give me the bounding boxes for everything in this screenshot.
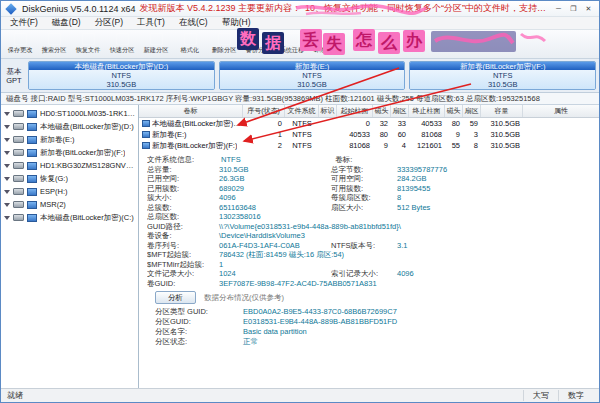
menu-item[interactable]: 文件(F) [3, 17, 45, 29]
expand-arrow-icon[interactable] [4, 125, 10, 129]
toolbar-button-label: 恢复文件 [76, 46, 101, 55]
partition-table-row[interactable]: 本地磁盘(BitLocker加密)(D:) 0 NTFS 0 32 33 405… [139, 118, 599, 129]
partition-icon [27, 136, 37, 144]
toolbar-button[interactable]: 新建分区 [139, 31, 173, 58]
info-label: 总簇数: [147, 203, 219, 213]
table-header-cell[interactable]: 终止柱面 [409, 105, 445, 117]
disk-icon [13, 175, 24, 182]
toolbar-button[interactable]: 坏道检测 [309, 31, 343, 58]
expand-arrow-icon[interactable] [4, 203, 10, 207]
info-label: 卷设备: [147, 231, 219, 241]
toolbar-button[interactable]: 删除分区 [207, 31, 241, 58]
tree-item[interactable]: 本地磁盘(BitLocker加密)(D:) [1, 120, 138, 133]
filesystem-info-row: 簇大小:4096每簇扇区数:8 [147, 193, 599, 203]
table-header-cell[interactable]: 磁头 [373, 105, 391, 117]
tree-item[interactable]: 新加卷(BitLocker加密)(F:) [1, 146, 138, 159]
filesystem-info-title: 文件系统信息: [147, 155, 219, 165]
tree-item[interactable]: HD1:KBG30ZMS128GNVMeTOSHIBA1 [1, 159, 138, 172]
disk-icon [13, 123, 24, 130]
toolbar-button[interactable]: 保存更改 [3, 31, 37, 58]
info-label: 可用空间: [331, 174, 397, 184]
toolbar-button[interactable]: 搜索分区 [37, 31, 71, 58]
menu-item[interactable]: 分区(P) [88, 17, 130, 29]
partition-map-band: 基本 GPT 本地磁盘(BitLocker加密)(D:) NTFS 310.5G… [1, 59, 599, 93]
partition-info-label: 分区GUID: [155, 317, 243, 327]
info-label: 可用簇数: [331, 184, 397, 194]
caps-lock-indicator: 大写 [523, 390, 558, 401]
toolbar-button-label: 保存更改 [8, 46, 33, 55]
update-notice[interactable]: 发现新版本 V5.4.2.1239 主要更新内容： [139, 2, 301, 15]
tree-item[interactable]: HD0:ST1000LM035-1RK172(932GB) [1, 107, 138, 120]
tree-item[interactable]: MSR(2) [1, 198, 138, 211]
partition-map-fs: NTFS [29, 71, 214, 80]
partition-info-label: 分区名字: [155, 327, 243, 337]
expand-arrow-icon[interactable] [4, 216, 10, 220]
table-header-cell[interactable]: 磁头 [445, 105, 463, 117]
partition-map-box[interactable]: 新加卷(BitLocker加密)(F:) NTFS 310.5GB [409, 61, 596, 90]
start-cylinder-cell: 40533 [337, 129, 373, 140]
start-sector-cell: 4 [391, 140, 409, 151]
table-header-cell[interactable]: 卷标 [139, 105, 243, 117]
menu-item[interactable]: 工具(T) [130, 17, 172, 29]
expand-arrow-icon[interactable] [4, 177, 10, 181]
toolbar-button[interactable]: 恢复文件 [71, 31, 105, 58]
tree-item[interactable]: ESP(H:) [1, 185, 138, 198]
toolbar-button-label: 快速分区 [110, 46, 135, 55]
filesystem-info-row: $MFTMirr起始簇:1 [147, 260, 599, 270]
info-label: $MFTMirr起始簇: [147, 260, 219, 270]
partition-map-box[interactable]: 新加卷(E:) NTFS 310.5GB [219, 61, 406, 90]
info-value: 061A-F4D3-1AF4-C0AB [219, 241, 331, 251]
close-button[interactable]: ✕ [581, 3, 596, 15]
filesystem-info-row: 总簇数:651163648扇区大小:512 Bytes [147, 203, 599, 213]
info-label: 已用空间: [147, 174, 219, 184]
menu-item[interactable]: 在线(C) [172, 17, 215, 29]
tree-item[interactable]: 新加卷(E:) [1, 133, 138, 146]
table-header-cell[interactable]: 序号(状态) [243, 105, 285, 117]
toolbar-button-icon [218, 33, 231, 45]
partition-table-row[interactable]: 新加卷(E:) 1 NTFS 40533 80 60 81068 9 3 310… [139, 129, 599, 140]
status-bar: 就绪 大写 数字 [1, 388, 599, 402]
partition-style-label: 基本 GPT [4, 61, 24, 90]
table-header-cell[interactable]: 容量 [481, 105, 523, 117]
info-label: GUID路径: [147, 222, 219, 232]
tree-item[interactable]: 恢复(G:) [1, 172, 138, 185]
toolbar-button[interactable]: 备份分区 [241, 31, 275, 58]
maximize-button[interactable]: ❐ [566, 3, 581, 15]
tree-item[interactable]: 本地磁盘(BitLocker加密)(C:) [1, 211, 138, 224]
expand-arrow-icon[interactable] [4, 190, 10, 194]
table-header-cell[interactable]: 起始柱面 [337, 105, 373, 117]
start-head-cell: 32 [373, 118, 391, 129]
analyze-button[interactable]: 分析 [155, 291, 196, 304]
toolbar-button-label: 格式化 [181, 46, 200, 55]
update-detail[interactable]: 10、恢复文件功能，同时恢复多个“分区”中的文件时，支持一次性复制所有分区中已扫… [305, 2, 547, 15]
expand-arrow-icon[interactable] [4, 112, 10, 116]
toolbar-button[interactable]: 快速分区 [105, 31, 139, 58]
table-header-cell[interactable]: 扇区 [391, 105, 409, 117]
toolbar-button[interactable]: 格式化 [173, 31, 207, 58]
table-header-cell[interactable]: 文件系统 [285, 105, 319, 117]
partition-map-fs: NTFS [410, 71, 595, 80]
info-value: 3.1 [397, 241, 509, 251]
info-label: NTFS版本号: [331, 241, 397, 251]
volume-label-caption: 卷标: [335, 155, 401, 165]
info-label: 索引记录大小: [331, 269, 397, 279]
table-header-cell[interactable]: 标识 [319, 105, 337, 117]
partition-map-size: 310.5GB [410, 80, 595, 89]
expand-arrow-icon[interactable] [4, 138, 10, 142]
analyze-note: 数据分布情况(仅供参考) [204, 293, 284, 303]
app-logo-icon [5, 3, 16, 14]
title-bar[interactable]: DiskGenius V5.4.0.1124 x64 发现新版本 V5.4.2.… [1, 1, 599, 17]
expand-arrow-icon[interactable] [4, 164, 10, 168]
table-header-cell[interactable]: 扇区 [463, 105, 481, 117]
partition-map-box[interactable]: 本地磁盘(BitLocker加密)(D:) NTFS 310.5GB [28, 61, 215, 90]
partition-table-row[interactable]: 新加卷(BitLocker加密)(F:) 2 NTFS 81068 9 4 12… [139, 140, 599, 151]
table-header-cell[interactable]: 属性 [523, 105, 599, 117]
menu-item[interactable]: 帮助(H) [215, 17, 258, 29]
expand-arrow-icon[interactable] [4, 151, 10, 155]
filesystem-cell: NTFS [285, 129, 319, 140]
menu-item[interactable]: 磁盘(D) [45, 17, 88, 29]
toolbar-button[interactable]: 系统迁移 [275, 31, 309, 58]
minimize-button[interactable]: ─ [551, 3, 566, 15]
partition-icon [27, 201, 37, 209]
volume-label-cell: 本地磁盘(BitLocker加密)(D:) [139, 118, 243, 129]
